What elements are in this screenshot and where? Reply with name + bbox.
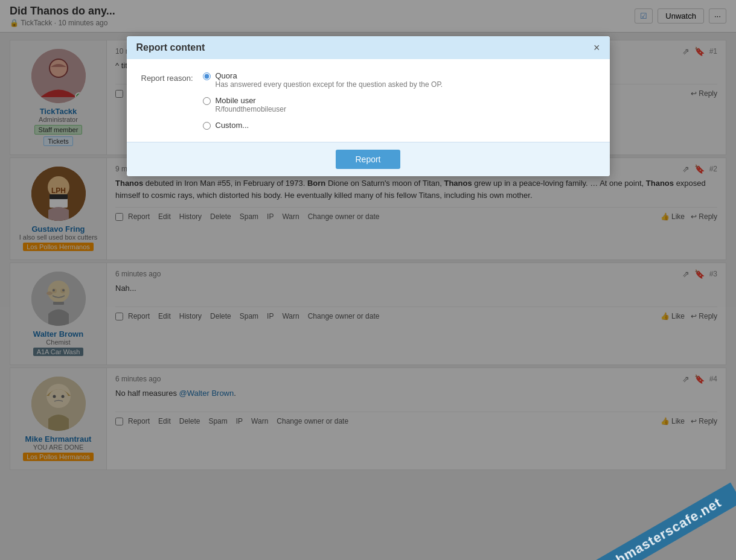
modal-footer: Report [127,142,610,176]
report-reason-row: Report reason: Quora Has answered every … [141,71,595,130]
option-quora-title: Quora [216,71,443,80]
option-mobile[interactable]: Mobile user R/foundthemobileuser [203,96,443,113]
option-mobile-desc: R/foundthemobileuser [216,105,286,113]
report-modal: Report content × Report reason: Quora Ha… [127,36,610,176]
option-mobile-title: Mobile user [216,96,286,105]
report-options: Quora Has answered every question except… [203,71,443,130]
option-quora[interactable]: Quora Has answered every question except… [203,71,443,89]
radio-mobile[interactable] [203,97,211,105]
modal-close-button[interactable]: × [594,42,600,53]
radio-quora[interactable] [203,72,211,80]
radio-custom[interactable] [203,122,211,130]
modal-header: Report content × [127,36,610,59]
report-submit-button[interactable]: Report [336,150,400,169]
report-reason-label: Report reason: [141,71,193,83]
modal-body: Report reason: Quora Has answered every … [127,59,610,142]
option-custom[interactable]: Custom... [203,121,443,130]
option-quora-desc: Has answered every question except for t… [216,80,443,89]
modal-title: Report content [136,42,205,53]
modal-overlay[interactable]: Report content × Report reason: Quora Ha… [0,0,736,480]
option-custom-title: Custom... [216,121,249,130]
